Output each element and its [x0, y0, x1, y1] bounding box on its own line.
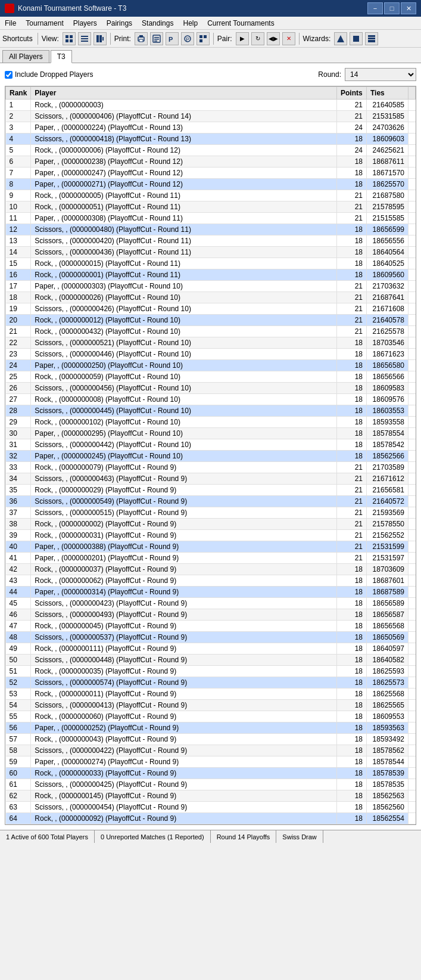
table-row[interactable]: 27Rock, , (0000000008) (PlayoffCut - Rou…	[6, 394, 416, 405]
table-row[interactable]: 52Scissors, , (0000000574) (PlayoffCut -…	[6, 677, 416, 689]
table-row[interactable]: 13Scissors, , (0000000420) (PlayoffCut -…	[6, 235, 416, 247]
table-row[interactable]: 51Rock, , (0000000035) (PlayoffCut - Rou…	[6, 666, 416, 677]
table-row[interactable]: 29Rock, , (0000000102) (PlayoffCut - Rou…	[6, 417, 416, 428]
table-row[interactable]: 12Scissors, , (0000000480) (PlayoffCut -…	[6, 224, 416, 235]
col-header-rank[interactable]: Rank	[6, 87, 31, 100]
pair-btn-3[interactable]: ◀▶	[267, 32, 280, 45]
col-header-points[interactable]: Points	[337, 87, 367, 100]
menu-file[interactable]: File	[0, 17, 21, 29]
round-select[interactable]: 14 13 12 11 10 9 8 7 6 5 4 3 2 1	[345, 68, 416, 81]
menu-tournament[interactable]: Tournament	[21, 17, 68, 29]
print-btn-1[interactable]	[135, 32, 148, 45]
table-row[interactable]: 25Rock, , (0000000059) (PlayoffCut - Rou…	[6, 371, 416, 383]
col-header-ties[interactable]: Ties	[367, 87, 408, 100]
table-row[interactable]: 58Scissors, , (0000000422) (PlayoffCut -…	[6, 745, 416, 756]
pair-btn-1[interactable]: ▶	[236, 32, 249, 45]
table-row[interactable]: 59Paper, , (0000000274) (PlayoffCut - Ro…	[6, 756, 416, 768]
table-row[interactable]: 8Paper, , (0000000271) (PlayoffCut - Rou…	[6, 179, 416, 190]
table-row[interactable]: 3Paper, , (0000000224) (PlayoffCut - Rou…	[6, 122, 416, 134]
include-dropped-label[interactable]: Include Dropped Players	[5, 70, 93, 79]
table-row[interactable]: 6Paper, , (0000000238) (PlayoffCut - Rou…	[6, 156, 416, 168]
table-row[interactable]: 61Scissors, , (0000000425) (PlayoffCut -…	[6, 779, 416, 790]
table-row[interactable]: 7Paper, , (0000000247) (PlayoffCut - Rou…	[6, 168, 416, 179]
table-row[interactable]: 4Scissors, , (0000000418) (PlayoffCut - …	[6, 134, 416, 145]
table-row[interactable]: 42Rock, , (0000000037) (PlayoffCut - Rou…	[6, 564, 416, 575]
table-row[interactable]: 15Rock, , (0000000015) (PlayoffCut - Rou…	[6, 258, 416, 269]
table-row[interactable]: 9Rock, , (0000000005) (PlayoffCut - Roun…	[6, 190, 416, 201]
tab-t3[interactable]: T3	[51, 50, 72, 63]
print-btn-5[interactable]	[197, 32, 210, 45]
print-btn-2[interactable]	[150, 32, 163, 45]
table-row[interactable]: 57Rock, , (0000000043) (PlayoffCut - Rou…	[6, 734, 416, 745]
table-row[interactable]: 19Scissors, , (0000000426) (PlayoffCut -…	[6, 303, 416, 315]
table-row[interactable]: 50Scissors, , (0000000448) (PlayoffCut -…	[6, 655, 416, 666]
table-row[interactable]: 64Rock, , (0000000092) (PlayoffCut - Rou…	[6, 813, 416, 824]
print-btn-4[interactable]: P	[181, 32, 194, 45]
table-row[interactable]: 62Rock, , (0000000145) (PlayoffCut - Rou…	[6, 790, 416, 802]
table-row[interactable]: 49Rock, , (0000000111) (PlayoffCut - Rou…	[6, 643, 416, 655]
print-btn-3[interactable]: P	[166, 32, 179, 45]
table-row[interactable]: 56Paper, , (0000000252) (PlayoffCut - Ro…	[6, 722, 416, 734]
view-btn-2[interactable]	[78, 32, 91, 45]
menu-standings[interactable]: Standings	[137, 17, 178, 29]
menu-pairings[interactable]: Pairings	[102, 17, 137, 29]
view-btn-1[interactable]	[63, 32, 76, 45]
table-row[interactable]: 53Rock, , (0000000011) (PlayoffCut - Rou…	[6, 689, 416, 700]
table-row[interactable]: 20Rock, , (0000000012) (PlayoffCut - Rou…	[6, 315, 416, 326]
table-row[interactable]: 47Rock, , (0000000045) (PlayoffCut - Rou…	[6, 621, 416, 632]
table-row[interactable]: 11Paper, , (0000000308) (PlayoffCut - Ro…	[6, 213, 416, 224]
table-row[interactable]: 28Scissors, , (0000000445) (PlayoffCut -…	[6, 405, 416, 417]
table-row[interactable]: 55Rock, , (0000000060) (PlayoffCut - Rou…	[6, 711, 416, 722]
table-row[interactable]: 30Paper, , (0000000295) (PlayoffCut - Ro…	[6, 428, 416, 439]
col-header-player[interactable]: Player	[31, 87, 337, 100]
table-row[interactable]: 33Rock, , (0000000079) (PlayoffCut - Rou…	[6, 462, 416, 473]
view-btn-3[interactable]	[93, 32, 107, 45]
table-row[interactable]: 34Scissors, , (0000000463) (PlayoffCut -…	[6, 473, 416, 485]
wizard-btn-1[interactable]	[334, 32, 347, 45]
table-row[interactable]: 63Scissors, , (0000000454) (PlayoffCut -…	[6, 802, 416, 813]
table-row[interactable]: 32Paper, , (0000000245) (PlayoffCut - Ro…	[6, 451, 416, 462]
table-row[interactable]: 44Paper, , (0000000314) (PlayoffCut - Ro…	[6, 587, 416, 598]
close-button[interactable]: ✕	[401, 2, 416, 14]
table-row[interactable]: 43Rock, , (0000000062) (PlayoffCut - Rou…	[6, 575, 416, 587]
include-dropped-checkbox[interactable]	[5, 71, 13, 79]
table-row[interactable]: 5Rock, , (0000000006) (PlayoffCut - Roun…	[6, 145, 416, 156]
menu-current-tournaments[interactable]: Current Tournaments	[202, 17, 279, 29]
table-row[interactable]: 36Scissors, , (0000000549) (PlayoffCut -…	[6, 496, 416, 507]
table-row[interactable]: 40Paper, , (0000000388) (PlayoffCut - Ro…	[6, 541, 416, 553]
table-row[interactable]: 31Scissors, , (0000000442) (PlayoffCut -…	[6, 439, 416, 451]
table-row[interactable]: 46Scissors, , (0000000493) (PlayoffCut -…	[6, 609, 416, 621]
table-row[interactable]: 38Rock, , (0000000002) (PlayoffCut - Rou…	[6, 519, 416, 530]
table-row[interactable]: 1Rock, , (0000000003)2121640585	[6, 100, 416, 111]
table-row[interactable]: 17Paper, , (0000000303) (PlayoffCut - Ro…	[6, 281, 416, 292]
table-row[interactable]: 48Scissors, , (0000000537) (PlayoffCut -…	[6, 632, 416, 643]
table-row[interactable]: 37Scissors, , (0000000515) (PlayoffCut -…	[6, 507, 416, 519]
table-row[interactable]: 10Rock, , (0000000051) (PlayoffCut - Rou…	[6, 201, 416, 213]
table-row[interactable]: 21Rock, , (0000000432) (PlayoffCut - Rou…	[6, 326, 416, 337]
table-row[interactable]: 35Rock, , (0000000029) (PlayoffCut - Rou…	[6, 485, 416, 496]
window-controls[interactable]: − □ ✕	[367, 2, 416, 14]
table-row[interactable]: 22Scissors, , (0000000521) (PlayoffCut -…	[6, 337, 416, 349]
menu-help[interactable]: Help	[178, 17, 202, 29]
table-row[interactable]: 14Scissors, , (0000000436) (PlayoffCut -…	[6, 247, 416, 258]
table-row[interactable]: 26Scissors, , (0000000456) (PlayoffCut -…	[6, 383, 416, 394]
table-row[interactable]: 23Scissors, , (0000000446) (PlayoffCut -…	[6, 349, 416, 360]
table-row[interactable]: 16Rock, , (0000000001) (PlayoffCut - Rou…	[6, 269, 416, 281]
wizard-btn-2[interactable]	[350, 32, 363, 45]
table-row[interactable]: 2Scissors, , (0000000406) (PlayoffCut - …	[6, 111, 416, 122]
table-wrapper: Rank Player Points Ties 1Rock, , (000000…	[5, 86, 416, 825]
table-row[interactable]: 18Rock, , (0000000026) (PlayoffCut - Rou…	[6, 292, 416, 303]
minimize-button[interactable]: −	[367, 2, 383, 14]
table-row[interactable]: 24Paper, , (0000000250) (PlayoffCut - Ro…	[6, 360, 416, 371]
tab-all-players[interactable]: All Players	[2, 50, 49, 63]
table-row[interactable]: 60Rock, , (0000000033) (PlayoffCut - Rou…	[6, 768, 416, 779]
pair-btn-4[interactable]: ✕	[282, 32, 295, 45]
table-row[interactable]: 39Rock, , (0000000031) (PlayoffCut - Rou…	[6, 530, 416, 541]
menu-players[interactable]: Players	[68, 17, 102, 29]
maximize-button[interactable]: □	[384, 2, 400, 14]
table-row[interactable]: 45Scissors, , (0000000423) (PlayoffCut -…	[6, 598, 416, 609]
pair-btn-2[interactable]: ↻	[251, 32, 264, 45]
table-row[interactable]: 54Scissors, , (0000000413) (PlayoffCut -…	[6, 700, 416, 711]
table-row[interactable]: 41Paper, , (0000000201) (PlayoffCut - Ro…	[6, 553, 416, 564]
wizard-btn-3[interactable]	[365, 32, 378, 45]
